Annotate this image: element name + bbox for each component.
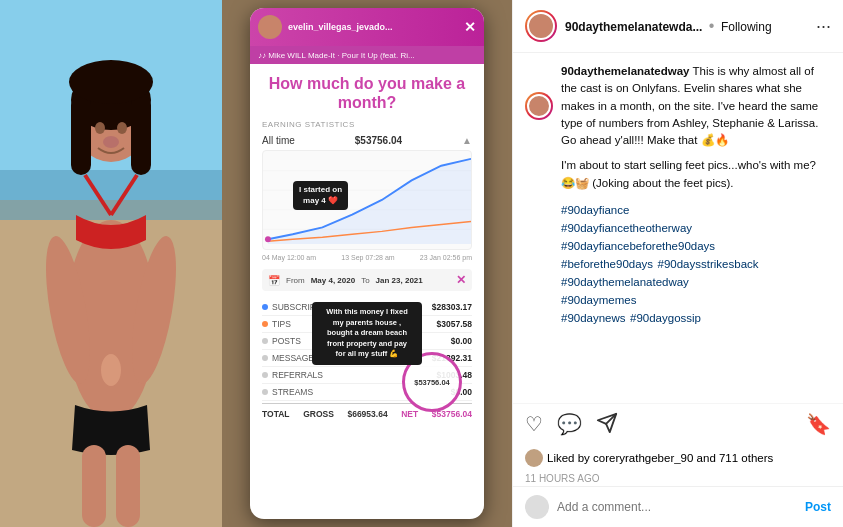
chevron-up-icon: ▲ bbox=[462, 135, 472, 146]
ig-comment-avatar bbox=[525, 495, 549, 519]
ig-hashtag-6[interactable]: #90daythemelanatedway bbox=[561, 276, 689, 288]
ig-hashtag-4[interactable]: #beforethe90days bbox=[561, 258, 653, 270]
ig-body: 90daythemelanatedway This is why almost … bbox=[513, 53, 843, 403]
ig-dot: • bbox=[709, 17, 719, 34]
chart-date-end: 23 Jan 02:56 pm bbox=[420, 254, 472, 261]
ig-hashtags: #90dayfiance #90dayfiancetheotherway #90… bbox=[525, 200, 831, 326]
ig-hashtag-1[interactable]: #90dayfiance bbox=[561, 204, 629, 216]
date-to: Jan 23, 2021 bbox=[376, 276, 423, 285]
ig-post-body: This is why almost all of the cast is on… bbox=[561, 65, 818, 146]
all-time-label: All time bbox=[262, 135, 295, 146]
phone-top-bar: evelin_villegas_jevado... ✕ bbox=[250, 8, 484, 46]
ig-likes-text: Liked by coreryrathgeber_90 and 711 othe… bbox=[547, 452, 773, 464]
stat-label-referrals: REFERRALS bbox=[262, 370, 323, 380]
svg-rect-7 bbox=[131, 95, 151, 175]
ig-comment-input[interactable] bbox=[557, 500, 797, 514]
date-to-label: To bbox=[361, 276, 369, 285]
stat-amount-posts: $0.00 bbox=[451, 336, 472, 346]
all-time-amount: $53756.04 bbox=[355, 135, 402, 146]
dot-messages bbox=[262, 355, 268, 361]
chart-date-start: 04 May 12:00 am bbox=[262, 254, 316, 261]
stat-label-tips: TIPS bbox=[262, 319, 291, 329]
dot-streams bbox=[262, 389, 268, 395]
stat-amount-tips: $3057.58 bbox=[437, 319, 472, 329]
svg-point-18 bbox=[103, 136, 119, 148]
date-filter-row[interactable]: 📅 From May 4, 2020 To Jan 23, 2021 ✕ bbox=[262, 269, 472, 291]
ig-more-button[interactable]: ··· bbox=[816, 16, 831, 37]
chart-area: I started on may 4 ❤️ bbox=[262, 150, 472, 250]
gross-amount: $66953.64 bbox=[347, 409, 387, 419]
like-button[interactable]: ♡ bbox=[525, 412, 543, 439]
ig-hashtag-2[interactable]: #90dayfiancetheotherway bbox=[561, 222, 692, 234]
phone-title: How much do you make a month? bbox=[262, 74, 472, 112]
ig-post-text: 90daythemelanatedway This is why almost … bbox=[561, 63, 831, 149]
ig-header-username: 90daythemelanatewda... bbox=[565, 20, 702, 34]
svg-point-15 bbox=[101, 354, 121, 386]
ig-hashtag-8[interactable]: #90daynews bbox=[561, 312, 626, 324]
date-from-label: From bbox=[286, 276, 305, 285]
started-bubble: I started on may 4 ❤️ bbox=[293, 181, 348, 210]
ig-post-avatar[interactable] bbox=[525, 92, 553, 120]
ig-header: 90daythemelanatewda... • Following ··· bbox=[513, 0, 843, 53]
clear-date-button[interactable]: ✕ bbox=[456, 273, 466, 287]
phone-section: evelin_villegas_jevado... ✕ ♪ ♪ Mike WIL… bbox=[222, 0, 512, 527]
ig-following-badge[interactable]: Following bbox=[721, 20, 772, 34]
net-label: NET bbox=[401, 409, 418, 419]
dot-subscriptions bbox=[262, 304, 268, 310]
stats-container: SUBSCRIPTIONS $28303.17 TIPS $3057.58 bbox=[262, 299, 472, 422]
ig-add-comment: Post bbox=[513, 486, 843, 527]
gross-label: GROSS bbox=[303, 409, 334, 419]
chart-dates: 04 May 12:00 am 13 Sep 07:28 am 23 Jan 0… bbox=[262, 254, 472, 261]
dot-referrals bbox=[262, 372, 268, 378]
ig-header-username-container: 90daythemelanatewda... • Following bbox=[565, 17, 808, 35]
stat-label-posts: POSTS bbox=[262, 336, 301, 346]
earning-label: EARNING STATISTICS bbox=[262, 120, 472, 129]
ig-post-text2: I'm about to start selling feet pics...w… bbox=[525, 157, 831, 192]
dot-posts bbox=[262, 338, 268, 344]
dot-tips bbox=[262, 321, 268, 327]
phone-content: How much do you make a month? EARNING ST… bbox=[250, 64, 484, 432]
svg-point-16 bbox=[95, 122, 105, 134]
svg-rect-13 bbox=[82, 445, 106, 527]
stat-label-streams: STREAMS bbox=[262, 387, 313, 397]
date-from: May 4, 2020 bbox=[311, 276, 355, 285]
instagram-section: 90daythemelanatewda... • Following ··· 9… bbox=[512, 0, 843, 527]
ig-post-header: 90daythemelanatedway This is why almost … bbox=[525, 63, 831, 149]
chart-date-mid: 13 Sep 07:28 am bbox=[341, 254, 394, 261]
stat-amount-subscriptions: $28303.17 bbox=[432, 302, 472, 312]
ig-likes-avatar bbox=[525, 449, 543, 467]
money-bubble: With this money I fixed my parents house… bbox=[312, 302, 422, 365]
ig-time: 11 HOURS AGO bbox=[513, 471, 843, 486]
person-photo bbox=[0, 0, 222, 527]
total-label: TOTAL bbox=[262, 409, 290, 419]
ig-hashtag-3[interactable]: #90dayfiancebeforethe90days bbox=[561, 240, 715, 252]
phone-avatar bbox=[258, 15, 282, 39]
comment-button[interactable]: 💬 bbox=[557, 412, 582, 439]
calendar-icon: 📅 bbox=[268, 275, 280, 286]
svg-point-17 bbox=[117, 122, 127, 134]
phone-frame: evelin_villegas_jevado... ✕ ♪ ♪ Mike WIL… bbox=[250, 8, 484, 519]
ig-hashtag-7[interactable]: #90daymemes bbox=[561, 294, 636, 306]
ig-hashtag-5[interactable]: #90daysstrikesback bbox=[658, 258, 759, 270]
svg-rect-6 bbox=[71, 95, 91, 175]
ig-post-avatar-inner bbox=[527, 94, 551, 118]
ig-post-comment-button[interactable]: Post bbox=[805, 500, 831, 514]
phone-music-bar: ♪ ♪ Mike WILL Made-It · Pour It Up (feat… bbox=[250, 46, 484, 64]
svg-rect-14 bbox=[116, 445, 140, 527]
ig-likes-row: Liked by coreryrathgeber_90 and 711 othe… bbox=[513, 447, 843, 471]
all-time-row: All time $53756.04 ▲ bbox=[262, 135, 472, 146]
ig-hashtag-9[interactable]: #90daygossip bbox=[630, 312, 701, 324]
share-button[interactable] bbox=[596, 412, 618, 439]
svg-point-24 bbox=[265, 237, 271, 243]
photo-section bbox=[0, 0, 222, 527]
ig-avatar-inner bbox=[527, 12, 555, 40]
phone-username: evelin_villegas_jevado... bbox=[288, 22, 458, 32]
ig-header-avatar[interactable] bbox=[525, 10, 557, 42]
music-text: ♪ Mike WILL Made-It · Pour It Up (feat. … bbox=[262, 51, 415, 60]
phone-close-button[interactable]: ✕ bbox=[464, 19, 476, 35]
ig-actions: ♡ 💬 🔖 bbox=[513, 403, 843, 447]
svg-point-8 bbox=[69, 60, 153, 104]
ig-post-username[interactable]: 90daythemelanatedway bbox=[561, 65, 689, 77]
bookmark-button[interactable]: 🔖 bbox=[806, 412, 831, 439]
